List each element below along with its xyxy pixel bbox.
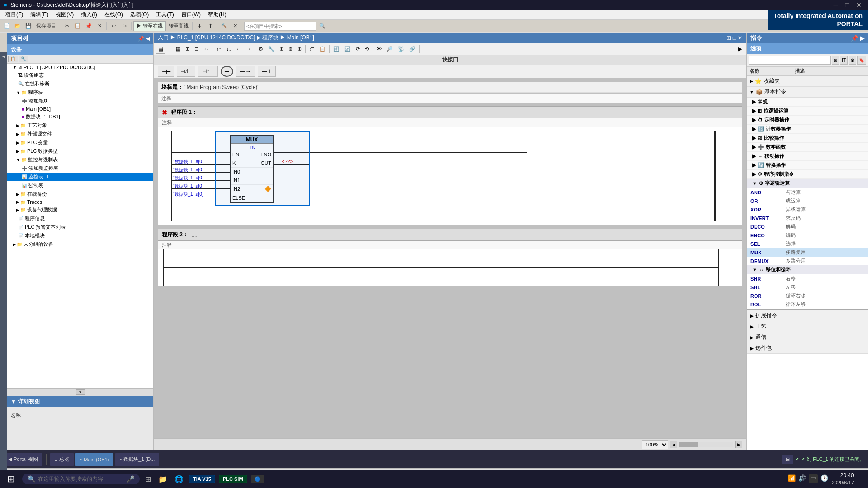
taskbar-tia-app[interactable]: TIA V15 <box>189 475 215 483</box>
inst-sub-convert[interactable]: ▶ 🔄 转换操作 <box>747 161 868 170</box>
search-btn[interactable]: 🔍 <box>317 21 327 31</box>
lt-btn-25[interactable]: 🔗 <box>407 44 418 54</box>
inst-section-favorites-header[interactable]: ▶ ⭐ 收藏夹 <box>747 76 868 87</box>
inst-sub-shift[interactable]: ▼ ↔ 移位和循环 <box>747 265 868 274</box>
tree-item-add-watch[interactable]: ➕ 添加新监控表 <box>7 164 153 173</box>
inst-sub-bit-logic[interactable]: ▶ ⊞ 位逻辑运算 <box>747 107 868 116</box>
lt-btn-20[interactable]: ⟳ <box>354 44 362 54</box>
tray-sound-icon[interactable]: 🔊 <box>798 474 806 483</box>
redo-btn[interactable]: ↪ <box>119 21 129 31</box>
inst-item-enco[interactable]: ENCO 编码 <box>747 231 868 239</box>
lt-btn-16[interactable]: 🏷 <box>307 44 316 54</box>
inst-item-ror[interactable]: ROR 循环右移 <box>747 291 868 300</box>
inst-sub-move[interactable]: ▶ ↔ 移动操作 <box>747 152 868 161</box>
tree-item-tech-objects[interactable]: ▶ 📁 工艺对象 <box>7 121 153 130</box>
tree-item-watch-table-1[interactable]: 📊 监控表_1 <box>7 173 153 181</box>
menu-insert[interactable]: 插入(I) <box>77 10 100 19</box>
menu-window[interactable]: 窗口(W) <box>178 10 204 19</box>
inst-item-xor[interactable]: XOR 异或运算 <box>747 205 868 214</box>
coil-btn[interactable]: ─ <box>221 66 233 77</box>
contact-pos-btn[interactable]: ⊣↑⊢ <box>198 66 218 77</box>
device-toolbar-btn2[interactable]: 🔧 <box>19 56 28 62</box>
h-scrollbar[interactable] <box>679 442 733 447</box>
ab-main-ob1[interactable]: ▪ Main (OB1) <box>75 453 113 466</box>
bc-close[interactable]: ✕ <box>738 35 742 41</box>
inst-search-btn3[interactable]: ⚙ <box>849 56 856 65</box>
lt-btn-7[interactable]: ↑↑ <box>214 44 223 54</box>
panel-pin-btn[interactable]: 📌 <box>138 36 144 42</box>
taskbar-plcsim[interactable]: PLC SIM <box>219 475 247 483</box>
tree-item-add-block[interactable]: ➕ 添加新块 <box>7 97 153 105</box>
start-button[interactable]: ⊞ <box>4 472 19 486</box>
inst-item-mux[interactable]: MUX 多路复用 <box>747 248 868 257</box>
menu-project[interactable]: 项目(F) <box>2 10 27 19</box>
go-offline-btn[interactable]: 转至高线 <box>167 21 190 31</box>
lt-btn-5[interactable]: ⊟ <box>192 44 201 54</box>
panel-collapse-btn[interactable]: ◀ <box>146 36 150 42</box>
network1-comment[interactable]: 注释 <box>158 118 742 127</box>
ab-portal-view[interactable]: ◀ Portal 视图 <box>4 453 42 466</box>
contact-nc-btn[interactable]: ⊣/⊢ <box>177 66 195 77</box>
taskbar-browser[interactable]: 🌐 <box>173 473 185 485</box>
lt-btn-15[interactable]: ⊕ <box>295 44 304 54</box>
inst-item-and[interactable]: AND 与运算 <box>747 188 868 197</box>
inst-section-tech-header[interactable]: ▶ 工艺 <box>747 321 868 332</box>
compile-btn[interactable]: 🔨 <box>219 21 229 31</box>
lt-btn-3[interactable]: ▦ <box>174 44 183 54</box>
lt-btn-17[interactable]: 📋 <box>317 44 328 54</box>
inst-sub-counter[interactable]: ▶ 🔢 计数器操作 <box>747 125 868 134</box>
lt-btn-22[interactable]: 👁 <box>374 44 384 54</box>
ab-overview[interactable]: ≡ 总览 <box>50 453 74 466</box>
inst-search-btn1[interactable]: ⊞ <box>832 56 839 65</box>
inst-item-or[interactable]: OR 或运算 <box>747 197 868 205</box>
lt-btn-12[interactable]: 🔧 <box>266 44 277 54</box>
inst-sub-compare[interactable]: ▶ ⚖ 比较操作 <box>747 134 868 143</box>
lt-btn-21[interactable]: ⟲ <box>363 44 371 54</box>
inst-sub-program-ctrl[interactable]: ▶ ⚙ 程序控制指令 <box>747 170 868 179</box>
inst-item-demux[interactable]: DEMUX 多路分用 <box>747 257 868 265</box>
tray-clock-icon[interactable]: 🕐 <box>821 474 828 483</box>
zoom-select[interactable]: 100% 75% 50% 125% 150% <box>642 440 668 449</box>
lt-btn-18[interactable]: 🔃 <box>331 44 342 54</box>
inst-section-extended-header[interactable]: ▶ 扩展指令 <box>747 310 868 321</box>
maximize-btn[interactable]: □ <box>843 1 852 9</box>
paste-btn[interactable]: 📌 <box>84 21 94 31</box>
rp-collapse-btn[interactable]: ▶ <box>860 35 864 42</box>
inst-section-optional-header[interactable]: ▶ 选件包 <box>747 343 868 354</box>
menu-edit[interactable]: 编辑(E) <box>27 10 52 19</box>
menu-tools[interactable]: 工具(T) <box>152 10 177 19</box>
taskbar-mic-icon[interactable]: 🎤 <box>127 475 134 483</box>
tray-ime-icon[interactable]: 中 <box>809 474 818 483</box>
minimize-btn[interactable]: ─ <box>831 1 841 9</box>
inst-item-sel[interactable]: SEL 选择 <box>747 239 868 248</box>
scroll-right[interactable]: ▶ <box>735 441 742 448</box>
box-btn[interactable]: —→ <box>236 66 255 77</box>
tree-item-plc1[interactable]: ▼ 🖥 PLC_1 [CPU 1214C DC/DC/DC] <box>7 64 153 71</box>
project-search-input[interactable] <box>244 22 316 31</box>
menu-view[interactable]: 视图(V) <box>52 10 77 19</box>
editor-area[interactable]: 块标题： "Main Program Sweep (Cycle)" 注释 ✖ 程… <box>154 78 746 438</box>
taskbar-search[interactable]: 🔍 🎤 <box>22 474 140 484</box>
lt-btn-4[interactable]: ⊞ <box>183 44 192 54</box>
inst-search-btn4[interactable]: 🔖 <box>857 56 866 65</box>
tree-item-plc-types[interactable]: ▶ 📁 PLC 数据类型 <box>7 147 153 155</box>
inst-sub-timer[interactable]: ▶ ⏱ 定时器操作 <box>747 116 868 125</box>
taskbar-apps-icon[interactable]: ⊞ <box>143 473 153 485</box>
show-desktop-btn[interactable]: │ <box>858 476 864 481</box>
lt-btn-2[interactable]: ≡ <box>166 44 173 54</box>
tree-item-prog-blocks[interactable]: ▼ 📁 程序块 <box>7 88 153 97</box>
cut-btn[interactable]: ✂ <box>62 21 72 31</box>
tree-item-online-backup[interactable]: ▶ 📁 在线备份 <box>7 190 153 198</box>
lt-btn-8[interactable]: ↓↓ <box>224 44 233 54</box>
tree-item-device-proxy[interactable]: ▶ 📁 设备代理数据 <box>7 206 153 214</box>
lt-btn-11[interactable]: ⚙ <box>256 44 265 54</box>
taskbar-file-explorer[interactable]: 📁 <box>156 473 169 485</box>
bc-minimize[interactable]: — <box>719 35 725 41</box>
mux-box[interactable]: MUX Int EN ENO K OUT <box>230 135 274 203</box>
lt-btn-1[interactable]: ▤ <box>156 44 165 54</box>
tree-item-prog-info[interactable]: 📄 程序信息 <box>7 214 153 223</box>
ab-data-block[interactable]: ▪ 数据块_1 (D... <box>115 453 159 466</box>
tree-scroll-down[interactable]: ▼ <box>76 389 85 395</box>
lt-btn-6[interactable]: ↔ <box>201 44 211 54</box>
inst-section-comm-header[interactable]: ▶ 通信 <box>747 332 868 343</box>
